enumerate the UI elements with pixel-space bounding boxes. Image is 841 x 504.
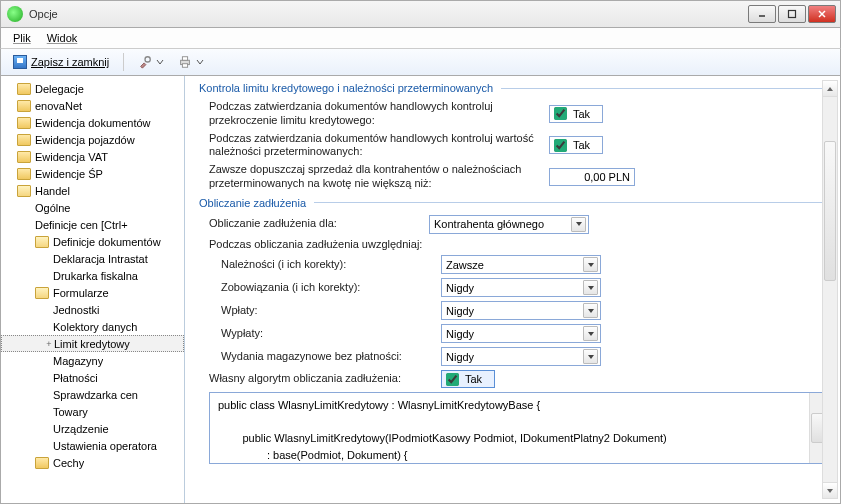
content-scrollbar[interactable] xyxy=(822,80,838,499)
folder-icon xyxy=(35,236,49,248)
maximize-button[interactable] xyxy=(778,5,806,23)
label-payments-out: Wypłaty: xyxy=(221,327,441,341)
folder-icon xyxy=(17,117,31,129)
label-own-algorithm: Własny algorytm obliczania zadłużenia: xyxy=(209,372,441,386)
scroll-up-button[interactable] xyxy=(823,81,837,97)
tree-item[interactable]: Definicje dokumentów xyxy=(1,233,184,250)
tree-item[interactable]: Sprawdzarka cen xyxy=(1,386,184,403)
select-liabilities[interactable]: Nigdy xyxy=(441,278,601,297)
tree-item[interactable]: enovaNet xyxy=(1,97,184,114)
tree-item[interactable]: Ewidencja dokumentów xyxy=(1,114,184,131)
content-panel: Kontrola limitu kredytowego i należności… xyxy=(185,76,840,503)
tree-item[interactable]: Ustawienia operatora xyxy=(1,437,184,454)
menubar: Plik Widok xyxy=(0,28,841,48)
toolbar-separator xyxy=(123,53,124,71)
tree-item[interactable]: Cechy xyxy=(1,454,184,471)
chevron-down-icon xyxy=(583,349,598,364)
label-debt-for: Obliczanie zadłużenia dla: xyxy=(209,217,429,231)
titlebar: Opcje xyxy=(0,0,841,28)
tree-item-label: Ewidencja VAT xyxy=(35,151,108,163)
chevron-down-icon xyxy=(571,217,586,232)
tree-item-label: enovaNet xyxy=(35,100,82,112)
tree-item[interactable]: Magazyny xyxy=(1,352,184,369)
checkbox-own-algorithm[interactable]: Tak xyxy=(441,370,495,388)
label-check-credit-limit: Podczas zatwierdzania dokumentów handlow… xyxy=(209,100,549,128)
folder-icon xyxy=(35,287,49,299)
folder-icon xyxy=(17,185,31,197)
tree-item[interactable]: Drukarka fiskalna xyxy=(1,267,184,284)
scroll-down-button[interactable] xyxy=(823,482,837,498)
select-debt-for[interactable]: Kontrahenta głównego xyxy=(429,215,589,234)
select-payments-out[interactable]: Nigdy xyxy=(441,324,601,343)
folder-icon xyxy=(35,457,49,469)
tree-item[interactable]: Jednostki xyxy=(1,301,184,318)
tree-item[interactable]: Towary xyxy=(1,403,184,420)
menu-file[interactable]: Plik xyxy=(13,32,31,44)
select-warehouse-issues[interactable]: Nigdy xyxy=(441,347,601,366)
svg-point-4 xyxy=(145,57,150,62)
app-icon xyxy=(7,6,23,22)
tree-panel[interactable]: DelegacjeenovaNetEwidencja dokumentówEwi… xyxy=(1,76,185,503)
tree-item-label: Ogólne xyxy=(35,202,70,214)
window-title: Opcje xyxy=(29,8,748,20)
tree-item[interactable]: Definicje cen [Ctrl+ xyxy=(1,216,184,233)
tree-item-label: Drukarka fiskalna xyxy=(53,270,138,282)
input-allow-sale-amount[interactable] xyxy=(549,168,635,186)
save-icon xyxy=(13,55,27,69)
checkbox-check-overdue[interactable]: Tak xyxy=(549,136,603,154)
code-editor[interactable]: public class WlasnyLimitKredytowy : Wlas… xyxy=(209,392,826,464)
menu-view[interactable]: Widok xyxy=(47,32,78,44)
label-payments-in: Wpłaty: xyxy=(221,304,441,318)
tree-item[interactable]: Urządzenie xyxy=(1,420,184,437)
tree-item-label: Płatności xyxy=(53,372,98,384)
tree-item[interactable]: Delegacje xyxy=(1,80,184,97)
save-and-close-button[interactable]: Zapisz i zamknij xyxy=(9,53,113,71)
minimize-button[interactable] xyxy=(748,5,776,23)
tree-item[interactable]: +Limit kredytowy xyxy=(1,335,184,352)
label-warehouse-issues: Wydania magazynowe bez płatności: xyxy=(221,350,441,364)
tree-item[interactable]: Handel xyxy=(1,182,184,199)
tree-item-label: Handel xyxy=(35,185,70,197)
chevron-down-icon xyxy=(583,257,598,272)
group-debt-calc: Obliczanie zadłużenia xyxy=(199,197,826,211)
tree-item-label: Deklaracja Intrastat xyxy=(53,253,148,265)
scrollbar-thumb[interactable] xyxy=(824,141,836,281)
tree-item[interactable]: Ewidencja pojazdów xyxy=(1,131,184,148)
tools-button[interactable] xyxy=(134,53,168,71)
print-button[interactable] xyxy=(174,53,208,71)
tree-item-label: Cechy xyxy=(53,457,84,469)
folder-icon xyxy=(17,151,31,163)
tree-item[interactable]: Kolektory danych xyxy=(1,318,184,335)
tree-item[interactable]: Ewidencja VAT xyxy=(1,148,184,165)
tree-item-label: Limit kredytowy xyxy=(54,338,130,350)
folder-icon xyxy=(17,134,31,146)
checkbox-check-credit-limit[interactable]: Tak xyxy=(549,105,603,123)
folder-icon xyxy=(17,100,31,112)
tree-item[interactable]: Płatności xyxy=(1,369,184,386)
select-payments-in[interactable]: Nigdy xyxy=(441,301,601,320)
tree-item-label: Kolektory danych xyxy=(53,321,137,333)
tree-item[interactable]: Deklaracja Intrastat xyxy=(1,250,184,267)
printer-icon xyxy=(178,55,192,69)
tree-item-label: Ustawienia operatora xyxy=(53,440,157,452)
tree-item[interactable]: Ogólne xyxy=(1,199,184,216)
chevron-down-icon xyxy=(196,56,204,68)
label-consider: Podczas obliczania zadłużenia uwzględnia… xyxy=(209,238,549,252)
tree-item-label: Sprawdzarka cen xyxy=(53,389,138,401)
tree-item-label: Jednostki xyxy=(53,304,99,316)
tree-item[interactable]: Formularze xyxy=(1,284,184,301)
label-check-overdue: Podczas zatwierdzania dokumentów handlow… xyxy=(209,132,549,160)
select-receivables[interactable]: Zawsze xyxy=(441,255,601,274)
tree-item-label: Ewidencja pojazdów xyxy=(35,134,135,146)
label-liabilities: Zobowiązania (i ich korekty): xyxy=(221,281,441,295)
toolbar: Zapisz i zamknij xyxy=(0,48,841,76)
tree-expander[interactable]: + xyxy=(44,339,54,349)
tree-item[interactable]: Ewidencje ŚP xyxy=(1,165,184,182)
close-button[interactable] xyxy=(808,5,836,23)
chevron-down-icon xyxy=(583,303,598,318)
save-and-close-label: Zapisz i zamknij xyxy=(31,56,109,68)
chevron-down-icon xyxy=(583,280,598,295)
folder-icon xyxy=(17,83,31,95)
label-allow-sale-amount: Zawsze dopuszczaj sprzedaż dla kontrahen… xyxy=(209,163,549,191)
svg-rect-7 xyxy=(183,64,188,68)
